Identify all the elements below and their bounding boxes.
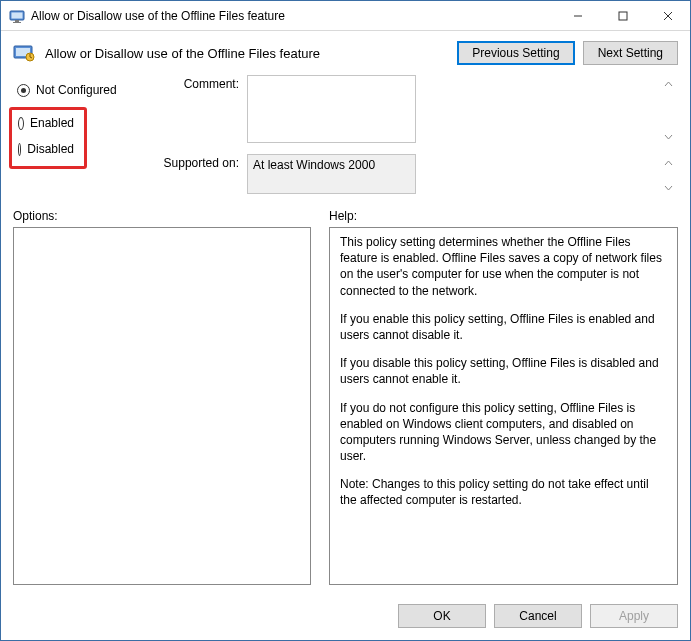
options-panel[interactable] [13,227,311,585]
app-icon [9,8,25,24]
svg-rect-5 [619,12,627,20]
header: Allow or Disallow use of the Offline Fil… [1,31,690,71]
radio-disabled[interactable]: Disabled [14,140,78,158]
help-paragraph: If you enable this policy setting, Offli… [340,311,667,343]
panels-row: This policy setting determines whether t… [1,227,690,595]
help-panel[interactable]: This policy setting determines whether t… [329,227,678,585]
comment-row: Comment: [153,75,678,146]
chevron-down-icon [660,179,677,196]
titlebar: Allow or Disallow use of the Offline Fil… [1,1,690,31]
panel-labels: Options: Help: [1,197,690,227]
chevron-up-icon [660,155,677,172]
help-paragraph: This policy setting determines whether t… [340,234,667,299]
svg-rect-1 [12,12,23,18]
window-title: Allow or Disallow use of the Offline Fil… [31,9,555,23]
policy-icon [13,42,35,64]
supported-row: Supported on: [153,154,678,197]
minimize-button[interactable] [555,1,600,30]
dialog-footer: OK Cancel Apply [1,595,690,640]
ok-button[interactable]: OK [398,604,486,628]
chevron-up-icon [660,76,677,93]
config-area: Not Configured Enabled Disabled Comment: [1,71,690,197]
state-radio-group: Not Configured Enabled Disabled [13,75,141,197]
radio-enabled-input[interactable] [18,117,24,130]
options-label: Options: [13,209,311,223]
radio-enabled-label: Enabled [30,116,74,130]
maximize-button[interactable] [600,1,645,30]
radio-not-configured-label: Not Configured [36,83,117,97]
close-button[interactable] [645,1,690,30]
comment-label: Comment: [153,75,239,91]
policy-title: Allow or Disallow use of the Offline Fil… [45,46,447,61]
supported-label: Supported on: [153,154,239,170]
comment-field[interactable] [247,75,416,143]
apply-button[interactable]: Apply [590,604,678,628]
nav-buttons: Previous Setting Next Setting [457,41,678,65]
fields-column: Comment: Supported on: [153,75,678,197]
chevron-down-icon [660,128,677,145]
highlight-box: Enabled Disabled [9,107,87,169]
help-paragraph: If you do not configure this policy sett… [340,400,667,465]
next-setting-button[interactable]: Next Setting [583,41,678,65]
radio-not-configured-input[interactable] [17,84,30,97]
supported-field [247,154,416,194]
previous-setting-button[interactable]: Previous Setting [457,41,574,65]
radio-disabled-input[interactable] [18,143,21,156]
radio-enabled[interactable]: Enabled [14,114,78,132]
help-paragraph: Note: Changes to this policy setting do … [340,476,667,508]
svg-rect-3 [13,22,21,23]
help-label: Help: [329,209,357,223]
radio-not-configured[interactable]: Not Configured [13,81,141,99]
cancel-button[interactable]: Cancel [494,604,582,628]
help-paragraph: If you disable this policy setting, Offl… [340,355,667,387]
radio-disabled-label: Disabled [27,142,74,156]
svg-rect-2 [15,20,19,22]
dialog-window: Allow or Disallow use of the Offline Fil… [0,0,691,641]
